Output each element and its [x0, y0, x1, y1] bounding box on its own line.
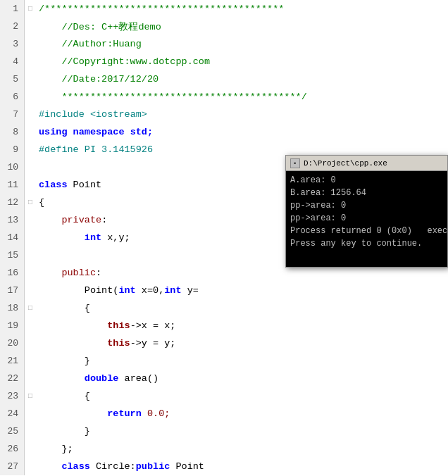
fold-icon: [25, 405, 36, 422]
terminal-line: B.area: 1256.64: [290, 187, 443, 199]
line-number: 11: [0, 176, 25, 194]
code-token: double: [85, 373, 125, 384]
line-number: 2: [0, 18, 25, 35]
code-token: int: [118, 285, 141, 296]
code-content: //Date:2017/12/20: [36, 74, 448, 84]
code-line: 18□ {: [0, 299, 448, 317]
fold-icon: [25, 176, 36, 194]
code-token: namespace: [73, 127, 130, 137]
terminal-body: A.area: 0B.area: 1256.64pp->area: 0pp->a…: [286, 171, 447, 267]
fold-icon: [25, 70, 36, 88]
line-number: 21: [0, 352, 25, 370]
fold-icon: [25, 123, 36, 141]
code-content: ****************************************…: [36, 92, 448, 102]
fold-icon: [25, 18, 36, 35]
code-content: return 0.0;: [36, 408, 448, 419]
line-number: 12: [0, 194, 25, 211]
line-number: 1: [0, 0, 25, 18]
code-token: //Des: C++教程demo: [39, 20, 161, 33]
fold-icon: [25, 458, 36, 475]
code-token: public: [39, 268, 96, 278]
fold-icon: [25, 53, 36, 70]
fold-icon[interactable]: □: [25, 299, 36, 317]
code-line: 7#include <iostream>: [0, 106, 448, 123]
code-token: {: [39, 197, 44, 208]
code-content: double area(): [36, 373, 448, 384]
fold-icon: [25, 88, 36, 106]
line-number: 3: [0, 35, 25, 53]
line-number: 19: [0, 317, 25, 334]
code-token: <iostream>: [90, 109, 147, 120]
line-number: 25: [0, 422, 25, 440]
code-token: :: [101, 215, 107, 225]
line-number: 10: [0, 158, 25, 176]
code-content: }: [36, 426, 448, 437]
code-token: x,y;: [107, 232, 130, 243]
terminal-titlebar: ▪ D:\Project\cpp.exe: [286, 156, 447, 171]
terminal-line: pp->area: 0: [290, 199, 443, 212]
fold-icon[interactable]: □: [25, 387, 36, 405]
code-token: x=0,: [142, 285, 164, 296]
fold-icon[interactable]: □: [25, 194, 36, 211]
code-content: //Author:Huang: [36, 39, 448, 49]
code-token: #include: [39, 109, 90, 120]
code-token: }: [39, 356, 90, 366]
line-number: 7: [0, 106, 25, 123]
line-number: 4: [0, 53, 25, 70]
fold-icon: [25, 141, 36, 158]
code-token: }: [39, 426, 90, 437]
fold-icon: [25, 317, 36, 334]
fold-icon: [25, 282, 36, 299]
code-token: public: [136, 461, 176, 472]
fold-icon: [25, 440, 36, 458]
code-content: {: [36, 303, 448, 313]
code-line: 25 }: [0, 422, 448, 440]
code-token: this: [107, 338, 130, 349]
code-token: [39, 408, 107, 419]
code-content: }: [36, 356, 448, 366]
code-token: area(): [125, 373, 159, 384]
terminal-line: pp->area: 0: [290, 212, 443, 225]
code-token: Point: [175, 461, 204, 472]
code-token: class: [61, 461, 96, 472]
code-token: this: [107, 320, 130, 331]
code-line: 22 double area(): [0, 370, 448, 387]
code-line: 4 //Copyright:www.dotcpp.com: [0, 53, 448, 70]
code-token: //Author:Huang: [39, 39, 142, 49]
code-line: 3 //Author:Huang: [0, 35, 448, 53]
code-content: this->x = x;: [36, 320, 448, 331]
terminal-line: Process returned 0 (0x0) execu: [290, 225, 443, 237]
fold-icon: [25, 246, 36, 264]
fold-icon: [25, 229, 36, 246]
code-token: std;: [130, 127, 153, 137]
terminal-line: Press any key to continue.: [290, 237, 443, 250]
code-token: y=: [187, 285, 199, 296]
code-line: 8using namespace std;: [0, 123, 448, 141]
code-token: private: [39, 215, 101, 225]
line-number: 13: [0, 211, 25, 229]
code-token: [39, 373, 85, 384]
fold-icon: [25, 35, 36, 53]
code-content: /***************************************…: [36, 4, 448, 14]
line-number: 17: [0, 282, 25, 299]
code-content: public:: [36, 268, 448, 278]
line-number: 27: [0, 458, 25, 475]
line-number: 22: [0, 370, 25, 387]
code-token: /***************************************…: [39, 4, 284, 14]
code-token: //Copyright:www.dotcpp.com: [39, 56, 210, 67]
code-token: ->y = y;: [130, 338, 176, 349]
code-token: {: [39, 303, 90, 313]
code-token: int: [39, 232, 107, 243]
code-token: ->x = x;: [130, 320, 176, 331]
code-token: //Date:2017/12/20: [39, 74, 158, 84]
line-number: 5: [0, 70, 25, 88]
line-number: 26: [0, 440, 25, 458]
code-content: {: [36, 391, 448, 401]
code-line: 26 };: [0, 440, 448, 458]
code-line: 20 this->y = y;: [0, 334, 448, 352]
fold-icon[interactable]: □: [25, 0, 36, 18]
terminal-line: A.area: 0: [290, 174, 443, 187]
code-token: Point: [73, 180, 102, 190]
code-line: 23□ {: [0, 387, 448, 405]
code-token: PI 3.1415926: [85, 144, 153, 155]
